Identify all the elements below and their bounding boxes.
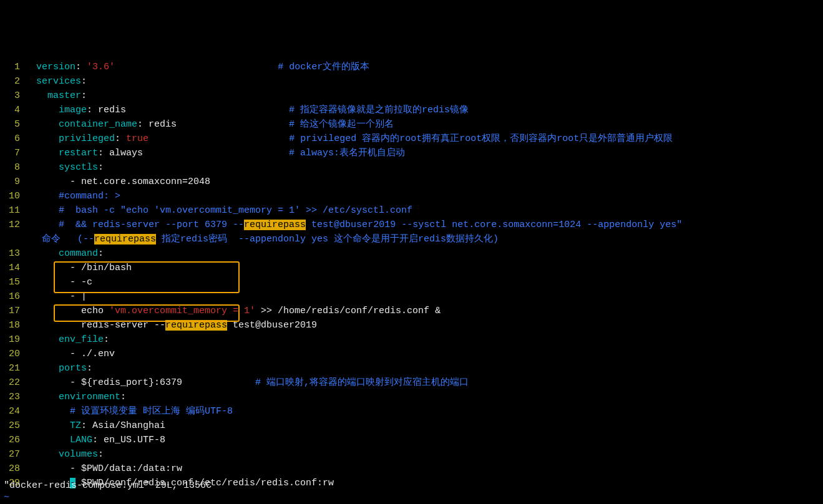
line-number: 15 (0, 275, 25, 289)
line-number: 27 (0, 447, 25, 462)
code-content[interactable]: - /bin/bash (25, 261, 823, 275)
line-number: 19 (0, 332, 25, 347)
line-number: 2 (0, 74, 25, 89)
code-content[interactable]: - -c (25, 275, 823, 289)
code-content[interactable]: environment: (25, 390, 823, 404)
code-line[interactable]: 4 image: redis # 指定容器镜像就是之前拉取的redis镜像 (0, 103, 823, 117)
code-line[interactable]: 27 volumes: (0, 447, 823, 462)
line-number: 24 (0, 404, 25, 419)
line-number: 23 (0, 390, 25, 404)
code-content[interactable]: # && redis-server --port 6379 --requirep… (25, 218, 823, 232)
code-content[interactable]: env_file: (25, 332, 823, 347)
status-line: "docker-redis-compose.yml" 29L, 1356C (4, 478, 212, 493)
code-content[interactable]: #command: > (25, 189, 823, 203)
code-line[interactable]: 28 - $PWD/data:/data:rw (0, 462, 823, 476)
line-number: 18 (0, 318, 25, 332)
code-content[interactable]: master: (25, 89, 823, 103)
line-number: 9 (0, 175, 25, 189)
code-line[interactable]: 1 version: '3.6' # docker文件的版本 (0, 60, 823, 74)
code-content[interactable]: LANG: en_US.UTF-8 (25, 433, 823, 447)
line-number: 28 (0, 462, 25, 476)
code-content[interactable]: - $PWD/data:/data:rw (25, 462, 823, 476)
line-number: 20 (0, 347, 25, 361)
line-number: 11 (0, 203, 25, 218)
code-content[interactable]: 命令 (--requirepass 指定redis密码 --appendonly… (25, 232, 823, 246)
code-line[interactable]: 5 container_name: redis # 给这个镜像起一个别名 (0, 117, 823, 132)
code-line[interactable]: 11 # bash -c "echo 'vm.overcommit_memory… (0, 203, 823, 218)
code-line[interactable]: 26 LANG: en_US.UTF-8 (0, 433, 823, 447)
code-line[interactable]: 2 services: (0, 74, 823, 89)
line-number: 8 (0, 160, 25, 175)
code-content[interactable]: # 设置环境变量 时区上海 编码UTF-8 (25, 404, 823, 419)
code-content[interactable]: TZ: Asia/Shanghai (25, 419, 823, 433)
line-number: 22 (0, 376, 25, 390)
code-content[interactable]: - | (25, 289, 823, 304)
code-content[interactable]: image: redis # 指定容器镜像就是之前拉取的redis镜像 (25, 103, 823, 117)
line-number: 25 (0, 419, 25, 433)
code-line[interactable]: 23 environment: (0, 390, 823, 404)
code-content[interactable]: container_name: redis # 给这个镜像起一个别名 (25, 117, 823, 132)
code-line[interactable]: 17 echo 'vm.overcommit_memory = 1' >> /h… (0, 304, 823, 318)
code-content[interactable]: - ./.env (25, 347, 823, 361)
code-content[interactable]: ports: (25, 361, 823, 376)
code-content[interactable]: version: '3.6' # docker文件的版本 (25, 60, 823, 74)
line-number: 5 (0, 117, 25, 132)
code-content[interactable]: restart: always # always:表名开机自启动 (25, 146, 823, 160)
code-line[interactable]: 14 - /bin/bash (0, 261, 823, 275)
line-number: 14 (0, 261, 25, 275)
line-number: 16 (0, 289, 25, 304)
code-line[interactable]: 12 # && redis-server --port 6379 --requi… (0, 218, 823, 232)
line-number: 13 (0, 246, 25, 261)
code-line[interactable]: 7 restart: always # always:表名开机自启动 (0, 146, 823, 160)
code-line[interactable]: 15 - -c (0, 275, 823, 289)
code-content[interactable]: volumes: (25, 447, 823, 462)
code-content[interactable]: sysctls: (25, 160, 823, 175)
code-line[interactable]: 8 sysctls: (0, 160, 823, 175)
line-number: 6 (0, 132, 25, 146)
code-line[interactable]: 20 - ./.env (0, 347, 823, 361)
code-line[interactable]: 13 command: (0, 246, 823, 261)
line-number: 4 (0, 103, 25, 117)
code-line[interactable]: 19 env_file: (0, 332, 823, 347)
line-number: 17 (0, 304, 25, 318)
code-content[interactable]: privileged: true # privileged 容器内的root拥有… (25, 132, 823, 146)
code-line[interactable]: 10 #command: > (0, 189, 823, 203)
code-line[interactable]: 25 TZ: Asia/Shanghai (0, 419, 823, 433)
line-number: 12 (0, 218, 25, 232)
line-number: 3 (0, 89, 25, 103)
code-content[interactable]: echo 'vm.overcommit_memory = 1' >> /home… (25, 304, 823, 318)
code-line[interactable]: 命令 (--requirepass 指定redis密码 --appendonly… (0, 232, 823, 246)
code-line[interactable]: 6 privileged: true # privileged 容器内的root… (0, 132, 823, 146)
code-editor[interactable]: 1 version: '3.6' # docker文件的版本2 services… (0, 57, 823, 504)
line-number: 7 (0, 146, 25, 160)
code-line[interactable]: 3 master: (0, 89, 823, 103)
code-line[interactable]: 9 - net.core.somaxconn=2048 (0, 175, 823, 189)
code-content[interactable]: - net.core.somaxconn=2048 (25, 175, 823, 189)
line-number: 1 (0, 60, 25, 74)
code-content[interactable]: # bash -c "echo 'vm.overcommit_memory = … (25, 203, 823, 218)
code-content[interactable]: redis-server --requirepass test@dbuser20… (25, 318, 823, 332)
line-number: 21 (0, 361, 25, 376)
code-content[interactable]: - ${redis_port}:6379 # 端口映射,将容器的端口映射到对应宿… (25, 376, 823, 390)
code-line[interactable]: 21 ports: (0, 361, 823, 376)
line-number: 26 (0, 433, 25, 447)
code-line[interactable]: 24 # 设置环境变量 时区上海 编码UTF-8 (0, 404, 823, 419)
code-line[interactable]: 22 - ${redis_port}:6379 # 端口映射,将容器的端口映射到… (0, 376, 823, 390)
code-line[interactable]: 16 - | (0, 289, 823, 304)
code-line[interactable]: 18 redis-server --requirepass test@dbuse… (0, 318, 823, 332)
line-number: 10 (0, 189, 25, 203)
code-content[interactable]: services: (25, 74, 823, 89)
code-content[interactable]: command: (25, 246, 823, 261)
